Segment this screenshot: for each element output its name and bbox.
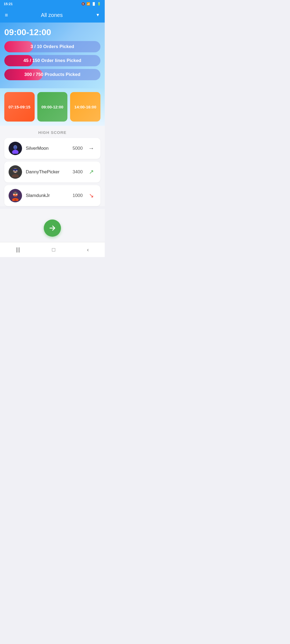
score-arrow-slamdunk: ↘ bbox=[86, 191, 96, 200]
shift-tile-1400-label: 14:00-16:00 bbox=[74, 105, 96, 109]
score-arrow-silvermoon: → bbox=[86, 144, 96, 153]
products-progress-bar[interactable]: 300 / 750 Products Picked bbox=[4, 69, 100, 80]
orderlines-label: 45 / 150 Order lines Picked bbox=[4, 58, 100, 63]
svg-rect-16 bbox=[13, 192, 18, 194]
status-time: 15:21 bbox=[4, 2, 13, 6]
zone-dropdown-icon[interactable]: ▼ bbox=[96, 13, 100, 17]
score-name-danny: DannyThePicker bbox=[26, 169, 69, 175]
nav-title: All zones bbox=[41, 12, 63, 18]
shift-tile-0900-label: 09:00-12:00 bbox=[41, 105, 63, 109]
score-value-silvermoon: 5000 bbox=[73, 146, 83, 151]
avatar-danny bbox=[9, 165, 22, 179]
shift-tiles-section: 07:15-09:15 09:00-12:00 14:00-16:00 bbox=[0, 88, 105, 126]
mute-icon: 🔇 bbox=[81, 2, 85, 6]
avatar-silvermoon bbox=[9, 142, 22, 155]
orders-label: 3 / 10 Orders Picked bbox=[4, 44, 100, 49]
time-range: 09:00-12:00 bbox=[4, 27, 100, 37]
signal-icon: ▐▌ bbox=[92, 2, 96, 5]
fab-arrow-icon bbox=[48, 224, 56, 232]
fab-area bbox=[0, 209, 105, 242]
score-name-silvermoon: SilverMoon bbox=[26, 146, 69, 151]
score-value-slamdunk: 1000 bbox=[73, 193, 83, 198]
products-label: 300 / 750 Products Picked bbox=[4, 72, 100, 77]
svg-point-19 bbox=[16, 194, 17, 195]
svg-point-12 bbox=[16, 170, 17, 171]
score-card-danny[interactable]: DannyThePicker 3400 ↗ bbox=[4, 162, 100, 182]
svg-point-18 bbox=[13, 194, 15, 195]
battery-icon: 🔋 bbox=[97, 2, 101, 6]
svg-point-4 bbox=[14, 146, 17, 148]
svg-point-10 bbox=[14, 170, 14, 171]
shift-tile-0715[interactable]: 07:15-09:15 bbox=[4, 92, 35, 122]
top-nav: ≡ All zones ▼ bbox=[0, 8, 105, 23]
wifi-icon: 📶 bbox=[86, 2, 90, 6]
fab-next-button[interactable] bbox=[44, 219, 61, 237]
svg-rect-13 bbox=[13, 169, 17, 170]
svg-point-20 bbox=[14, 199, 16, 201]
bottom-nav: ||| □ ‹ bbox=[0, 242, 105, 257]
score-arrow-danny: ↗ bbox=[86, 167, 96, 177]
hero-section: 09:00-12:00 3 / 10 Orders Picked 45 / 15… bbox=[0, 23, 105, 88]
status-icons: 🔇 📶 ▐▌ 🔋 bbox=[81, 2, 101, 6]
orderlines-progress-bar[interactable]: 45 / 150 Order lines Picked bbox=[4, 55, 100, 66]
high-score-title: HIGH SCORE bbox=[4, 130, 100, 135]
hamburger-icon[interactable]: ≡ bbox=[5, 12, 8, 18]
high-score-section: HIGH SCORE SilverMoon 5000 → bbox=[0, 126, 105, 206]
score-name-slamdunk: SlamdunkJr bbox=[26, 193, 69, 198]
score-value-danny: 3400 bbox=[73, 169, 83, 175]
nav-back-icon[interactable]: ‹ bbox=[84, 244, 92, 255]
nav-home-icon[interactable]: □ bbox=[49, 244, 58, 255]
score-card-slamdunk[interactable]: SlamdunkJr 1000 ↘ bbox=[4, 185, 100, 206]
avatar-slamdunk bbox=[9, 189, 22, 202]
shift-tile-1400[interactable]: 14:00-16:00 bbox=[70, 92, 100, 122]
status-bar: 15:21 🔇 📶 ▐▌ 🔋 bbox=[0, 0, 105, 8]
nav-recent-icon[interactable]: ||| bbox=[13, 244, 23, 255]
score-card-silvermoon[interactable]: SilverMoon 5000 → bbox=[4, 138, 100, 159]
shift-tile-0900[interactable]: 09:00-12:00 bbox=[37, 92, 68, 122]
shift-tile-0715-label: 07:15-09:15 bbox=[8, 105, 30, 109]
orders-progress-bar[interactable]: 3 / 10 Orders Picked bbox=[4, 41, 100, 52]
